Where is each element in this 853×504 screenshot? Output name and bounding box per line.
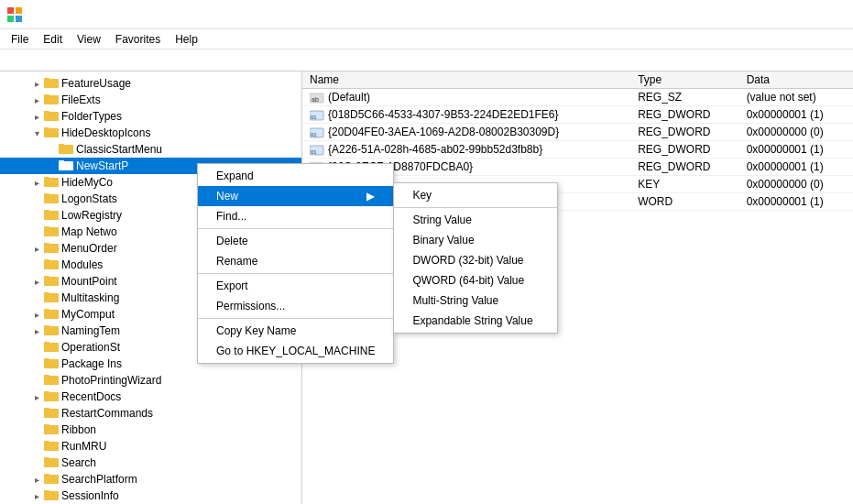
tree-item[interactable]: ClassicStartMenu [0,141,301,158]
tree-item-label: RunMRU [61,440,106,453]
tree-item[interactable]: ▸ SessionInfo [0,488,301,504]
svg-rect-45 [44,294,59,302]
context-menu-item-delete[interactable]: Delete [198,231,393,251]
tree-item-label: PhotoPrintingWizard [61,374,161,387]
submenu-item-new-multistring[interactable]: Multi-String Value [394,290,557,311]
tree-item-label: NewStartP [76,159,128,172]
folder-icon [44,356,61,372]
cell-type: REG_DWORD [630,124,738,141]
svg-rect-24 [44,179,59,187]
tree-item[interactable]: RunMRU [0,438,301,455]
svg-rect-18 [59,146,73,154]
context-menu-item-permissions[interactable]: Permissions... [198,296,393,316]
folder-icon [44,257,61,273]
cell-data: 0x00000001 (1) [739,193,853,211]
submenu-item-new-expandable[interactable]: Expandable String Value [394,311,557,331]
submenu-item-new-dword[interactable]: DWORD (32-bit) Value [394,250,557,270]
cell-type: REG_DWORD [630,106,738,124]
folder-icon [44,406,61,422]
minimize-button[interactable] [719,0,761,29]
tree-item-label: Package Ins [61,357,122,370]
tree-item-label: MenuOrder [61,242,117,255]
context-menu-item-expand[interactable]: Expand [198,166,393,186]
context-menu-item-new[interactable]: New [198,186,393,206]
svg-rect-21 [59,162,73,170]
svg-text:01: 01 [311,132,317,137]
svg-text:01: 01 [311,115,317,120]
tree-item[interactable]: ▸ FolderTypes [0,108,301,125]
folder-icon [44,93,61,108]
table-row[interactable]: ab(Default)REG_SZ(value not set) [302,89,853,106]
cell-data: 0x00000001 (1) [739,106,853,124]
tree-item-label: ClassicStartMenu [76,143,162,156]
table-row[interactable]: 01{20D04FE0-3AEA-1069-A2D8-08002B30309D}… [302,124,853,141]
registry-editor-icon [7,7,22,22]
svg-rect-60 [44,377,59,385]
cell-type: KEY [630,176,738,193]
svg-rect-48 [44,311,59,319]
menu-separator [198,228,393,229]
submenu-separator [394,207,557,208]
context-menu-item-find[interactable]: Find... [198,206,393,226]
context-menu-item-copy-key-name[interactable]: Copy Key Name [198,321,393,341]
tree-item[interactable]: ▸ FileExts [0,92,301,108]
folder-icon [44,241,61,257]
tree-item[interactable]: ▾ HideDesktopIcons [0,125,301,141]
maximize-button[interactable] [761,0,804,29]
menu-item-favorites[interactable]: Favorites [108,31,168,48]
folder-icon [44,192,61,207]
tree-item-label: FileExts [61,93,101,106]
svg-rect-57 [44,360,59,368]
folder-icon [44,76,61,92]
cell-data: 0x00000000 (0) [739,176,853,193]
tree-item[interactable]: Ribbon [0,422,301,438]
folder-icon [44,455,61,471]
submenu-item-new-key[interactable]: Key [394,185,557,205]
context-menu-item-goto-hklm[interactable]: Go to HKEY_LOCAL_MACHINE [198,341,393,361]
tree-item[interactable]: PhotoPrintingWizard [0,372,301,389]
tree-item-label: NamingTem [61,324,120,337]
tree-item-label: OperationSt [61,341,120,354]
menu-item-view[interactable]: View [70,31,108,48]
folder-icon [44,439,61,455]
tree-item-label: FolderTypes [61,110,122,123]
tree-item[interactable]: ▸ RecentDocs [0,389,301,405]
submenu-item-new-string[interactable]: String Value [394,210,557,230]
tree-item-label: RecentDocs [61,390,121,403]
cell-type: REG_DWORD [630,141,738,159]
folder-icon [44,175,61,191]
table-row[interactable]: 01{A226-51A-028h-4685-ab02-99bb52d3fb8b}… [302,141,853,159]
cell-data: (value not set) [739,89,853,106]
folder-icon [44,126,61,141]
svg-rect-30 [44,212,59,220]
tree-item[interactable]: ▸ SearchPlatform [0,471,301,488]
menu-item-help[interactable]: Help [168,31,205,48]
tree-item-label: RestartCommands [61,407,153,420]
menu-item-file[interactable]: File [4,31,36,48]
svg-rect-12 [44,113,59,121]
submenu-item-new-qword[interactable]: QWORD (64-bit) Value [394,270,557,290]
menu-item-edit[interactable]: Edit [36,31,70,48]
cell-type: REG_DWORD [630,159,738,176]
tree-item-label: Multitasking [61,291,119,304]
table-row[interactable]: 01{018D5C66-4533-4307-9B53-224DE2ED1FE6}… [302,106,853,124]
svg-rect-81 [44,492,59,500]
context-menu: ExpandNewFind...DeleteRenameExportPermis… [197,163,394,364]
tree-item-label: Search [61,456,96,469]
context-menu-item-export[interactable]: Export [198,276,393,296]
svg-rect-0 [7,7,14,14]
cell-type: WORD [630,193,738,211]
folder-icon [44,307,61,323]
tree-item-label: Ribbon [61,423,96,436]
address-bar [0,49,853,71]
tree-item[interactable]: RestartCommands [0,405,301,422]
svg-rect-54 [44,344,59,352]
tree-item[interactable]: ▸ FeatureUsage [0,75,301,92]
tree-item[interactable]: Search [0,455,301,471]
close-button[interactable] [804,0,846,29]
svg-rect-42 [44,278,59,286]
title-bar [0,0,853,29]
folder-icon [59,142,76,158]
submenu-item-new-binary[interactable]: Binary Value [394,230,557,250]
context-menu-item-rename[interactable]: Rename [198,251,393,271]
